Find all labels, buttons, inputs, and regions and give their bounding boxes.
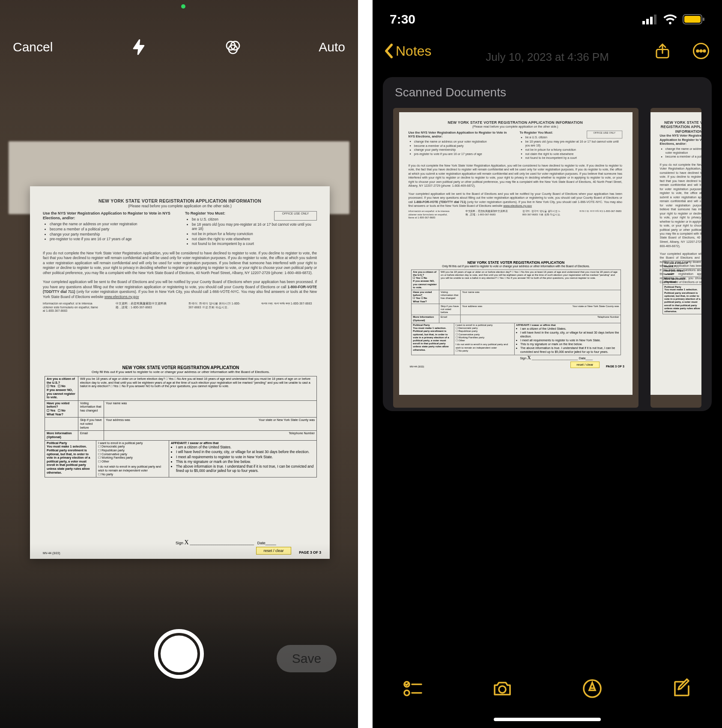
svg-rect-5 [650,17,653,24]
compose-icon[interactable] [671,678,692,699]
svg-rect-8 [684,16,701,23]
note-date-line: July 10, 2023 at 4:36 PM [373,51,722,64]
svg-point-19 [499,686,506,693]
battery-icon [683,14,705,25]
scanned-documents-title: Scanned Documents [383,77,712,108]
camera-icon[interactable] [492,678,513,699]
scan-camera-screen: Cancel Auto NEW YORK STATE VOTER REGISTR… [0,0,358,728]
svg-rect-6 [654,15,656,24]
status-time: 7:30 [390,12,415,27]
cancel-button[interactable]: Cancel [13,40,53,54]
camera-privacy-indicator-dot [181,4,185,9]
flash-icon[interactable] [130,39,147,56]
scanned-page-thumb-1[interactable]: NEW YORK STATE VOTER REGISTRATION APPLIC… [393,108,638,408]
shutter-button[interactable] [154,629,204,679]
markup-icon[interactable] [582,678,603,699]
home-indicator[interactable] [494,718,601,721]
scan-top-bar: Cancel Auto [0,39,358,56]
svg-rect-4 [646,19,649,24]
svg-rect-9 [703,18,704,21]
checklist-icon[interactable] [403,678,423,699]
notes-toolbar [373,678,722,699]
status-bar: 7:30 [373,12,722,27]
auto-mode-button[interactable]: Auto [319,40,345,54]
wifi-icon [663,14,677,25]
svg-rect-3 [642,21,645,24]
scanned-page-thumb-2[interactable]: NEW YORK STATE VOTER REGISTRATION APPLIC… [650,108,701,408]
screenshot-divider [358,0,373,728]
save-button[interactable]: Save [277,645,337,672]
notes-app-screen: 7:30 Notes July 10, 2023 at 4 [373,0,722,728]
detection-highlight-border [28,185,331,561]
filters-icon[interactable] [224,39,242,56]
svg-point-17 [404,690,409,695]
scanned-documents-card[interactable]: Scanned Documents NEW YORK STATE VOTER R… [383,77,712,411]
cellular-icon [642,14,658,24]
